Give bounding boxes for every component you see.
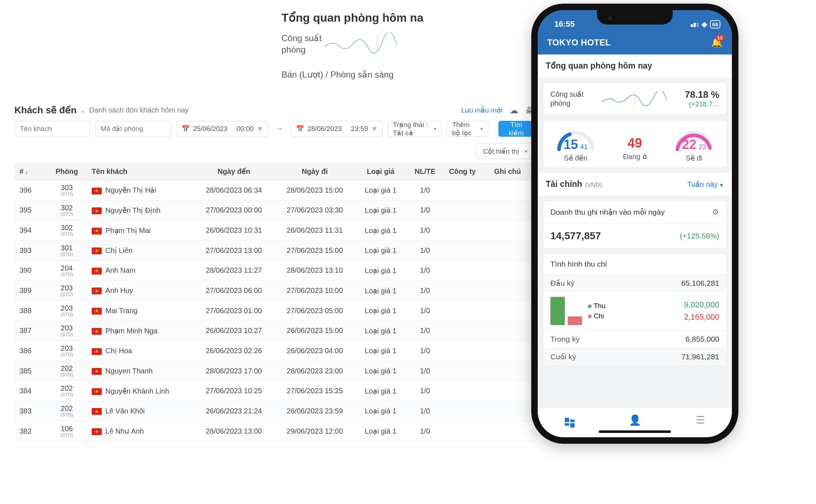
column-visibility-select[interactable]: Cột hiển thị▾ (476, 143, 534, 159)
arrivals-list-section: Khách sẽ đến ⌄ Danh sách đón khách hôm n… (14, 105, 534, 441)
col-company[interactable]: Công ty (444, 163, 489, 180)
dashboard-icon (565, 418, 575, 428)
flag-vn-icon (92, 348, 102, 355)
chevron-down-icon[interactable]: ⌄ (80, 106, 86, 114)
table-row[interactable]: 386203(STD)Chị Hoa26/06/2023 02:2626/06/… (14, 341, 534, 361)
col-room[interactable]: Phòng (47, 163, 87, 180)
col-arrive[interactable]: Ngày đến (193, 163, 274, 180)
table-row[interactable]: 385202(STD)Nguyen Thanh28/06/2023 17:002… (14, 361, 534, 381)
col-adch[interactable]: NL/TE (406, 163, 444, 180)
home-indicator (599, 430, 671, 433)
calendar-icon: 📅 (182, 125, 189, 133)
capacity-sparkline (325, 32, 397, 54)
capacity-delta: (+218.7… (685, 100, 719, 108)
table-row[interactable]: 390204(STD)Anh Nam28/06/2023 11:2728/06/… (14, 260, 534, 281)
clear-from-icon[interactable]: ✕ (257, 125, 263, 133)
mobile-overview-title: Tổng quan phòng hôm nay (538, 54, 732, 77)
calendar-icon: 📅 (296, 125, 304, 133)
cashflow-bar-chart (550, 297, 582, 325)
table-row[interactable]: 384202(STD)Nguyễn Khánh Linh27/06/2023 1… (14, 381, 534, 401)
finance-header: Tài chính(VND) Tuần này▼ (538, 173, 732, 196)
flag-vn-icon (92, 247, 102, 254)
status-filter[interactable]: Trạng thái : Tất cả▾ (388, 121, 442, 137)
gear-icon[interactable]: ⚙ (712, 207, 719, 217)
search-button[interactable]: Tìm kiếm (498, 121, 534, 137)
capacity-card[interactable]: Công suấtphòng 78.18 % (+218.7… (543, 82, 727, 115)
add-filter-dropdown[interactable]: Thêm bộ lọc▾ (447, 121, 488, 137)
flag-vn-icon (92, 288, 102, 294)
capacity-percent: 78.18 % (685, 89, 719, 100)
table-row[interactable]: 395302(STD)Nguyễn Thị Định27/06/2023 00:… (14, 200, 534, 220)
phone-mockup: 16:55 ◈ 66 TOKYO HOTEL 🔔12 Tổng quan phò… (531, 4, 738, 444)
finance-period-selector[interactable]: Tuần này▼ (688, 180, 724, 189)
col-note[interactable]: Ghi chú (489, 163, 534, 180)
capacity-sparkline-mobile (588, 91, 681, 106)
table-row[interactable]: 394302(STD)Phạm Thị Mai26/06/2023 10:312… (14, 220, 534, 241)
list-title[interactable]: Khách sẽ đến (14, 105, 77, 116)
flag-vn-icon (92, 268, 102, 275)
capacity-label: Công suất phòng (282, 32, 322, 56)
list-subtitle: Danh sách đón khách hôm nay (89, 106, 189, 114)
booking-code-input[interactable] (95, 121, 171, 137)
signal-icon (691, 21, 699, 27)
col-guest[interactable]: Tên khách (87, 163, 193, 180)
arrivals-table: #↓ Phòng Tên khách Ngày đến Ngày đi Loại… (14, 163, 534, 441)
flag-vn-icon (92, 188, 102, 194)
guest-name-input[interactable] (14, 121, 90, 137)
phone-notch (597, 10, 673, 25)
battery-icon: 66 (710, 20, 720, 29)
flag-vn-icon (92, 308, 102, 315)
flag-vn-icon (92, 207, 102, 214)
gauge-staying[interactable]: 49 Đang ở (608, 127, 662, 162)
table-row[interactable]: 383202(STD)Lê Văn Khôi26/06/2023 21:2426… (14, 401, 534, 421)
table-row[interactable]: 393301(STD)Chị Liên27/06/2023 13:0027/06… (14, 240, 534, 260)
flag-vn-icon (92, 228, 102, 235)
date-to-picker[interactable]: 📅 28/06/2023 23:59 ✕ (291, 121, 383, 137)
gauge-arrivals[interactable]: 1541 Sẽ đến (549, 127, 603, 162)
tab-dashboard[interactable] (565, 413, 575, 428)
sort-desc-icon: ↓ (25, 168, 28, 175)
ready-rooms-label: Bán (Lượt) / Phòng sẵn sàng (282, 70, 394, 80)
revenue-delta: (+125.56%) (680, 232, 719, 240)
table-row[interactable]: 388203(STD)Mai Trang27/06/2023 01:0027/0… (14, 301, 534, 321)
table-row[interactable]: 382106(STD)Lê Như Anh28/06/2023 13:0029/… (14, 421, 534, 441)
revenue-card[interactable]: Doanh thu ghi nhận vào mỗi ngày ⚙ 14,577… (543, 201, 727, 249)
overview-title: Tổng quan phòng hôm na (282, 11, 423, 25)
table-row[interactable]: 387203(STD)Phạm Minh Nga26/06/2023 10:27… (14, 321, 534, 341)
cloud-download-icon[interactable]: ☁ (510, 105, 518, 115)
save-template-link[interactable]: Lưu mẫu mới (461, 106, 502, 114)
clear-to-icon[interactable]: ✕ (372, 125, 377, 133)
revenue-amount: 14,577,857 (550, 230, 601, 242)
flag-vn-icon (92, 408, 102, 415)
col-index[interactable]: #↓ (14, 163, 47, 180)
col-depart[interactable]: Ngày đi (274, 163, 355, 180)
date-from-picker[interactable]: 📅 25/06/2023 00:00 ✕ (176, 121, 268, 137)
tab-menu[interactable]: ☰ (696, 414, 705, 426)
notif-badge: 12 (715, 35, 725, 41)
cashflow-card[interactable]: Tình hình thu chi Đầu kỳ65,106,281 Thu C… (543, 254, 727, 366)
gauges-card: 1541 Sẽ đến 49 Đang ở 2223 Sẽ đi (543, 120, 727, 168)
flag-vn-icon (92, 328, 102, 335)
flag-vn-icon (92, 428, 102, 435)
notifications-bell-icon[interactable]: 🔔12 (711, 37, 723, 48)
hotel-name: TOKYO HOTEL (547, 38, 611, 48)
phone-clock: 16:55 (554, 19, 575, 29)
flag-vn-icon (92, 368, 102, 375)
tab-guests[interactable]: 👤 (629, 414, 641, 426)
col-rate[interactable]: Loại giá (355, 163, 406, 180)
gauge-departures[interactable]: 2223 Sẽ đi (667, 127, 721, 162)
table-row[interactable]: 396303(STD)Nguyễn Thị Hải28/06/2023 06:3… (14, 180, 534, 201)
wifi-icon: ◈ (702, 20, 707, 29)
table-row[interactable]: 389203(STD)Anh Huy27/06/2023 06:0027/06/… (14, 281, 534, 301)
flag-vn-icon (92, 388, 102, 395)
arrow-right-icon: → (273, 124, 285, 133)
